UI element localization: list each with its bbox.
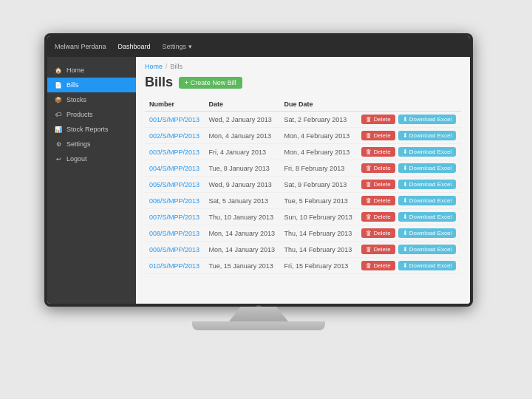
trash-icon: 🗑 — [366, 230, 372, 236]
cell-date: Wed, 9 January 2013 — [204, 177, 279, 193]
delete-button[interactable]: 🗑 Delete — [361, 180, 395, 189]
col-header-due-date: Due Date — [280, 98, 358, 112]
cell-due-date: Thu, 14 February 2013 — [280, 242, 358, 258]
cell-number: 010/S/MPP/2013 — [145, 258, 204, 274]
download-excel-button[interactable]: ⬇ Download Excel — [398, 180, 457, 189]
delete-button[interactable]: 🗑 Delete — [361, 245, 395, 254]
cell-actions: 🗑 Delete ⬇ Download Excel — [357, 258, 461, 274]
cell-due-date: Fri, 15 February 2013 — [280, 258, 358, 274]
stock-reports-icon: 📊 — [55, 126, 62, 133]
delete-button[interactable]: 🗑 Delete — [361, 228, 395, 238]
table-row: 001/S/MPP/2013 Wed, 2 January 2013 Sat, … — [145, 112, 461, 128]
sidebar-label-stock-reports: Stock Reports — [66, 126, 109, 133]
products-icon: 🏷 — [55, 111, 62, 118]
page-title: Bills — [145, 75, 173, 90]
table-row: 004/S/MPP/2013 Tue, 8 January 2013 Fri, … — [145, 160, 461, 177]
delete-button[interactable]: 🗑 Delete — [361, 212, 395, 222]
nav-dashboard[interactable]: Dashboard — [118, 43, 151, 50]
breadcrumb-home[interactable]: Home — [145, 63, 163, 70]
sidebar-item-logout[interactable]: ↩ Logout — [47, 151, 136, 166]
bill-link[interactable]: 010/S/MPP/2013 — [149, 262, 200, 270]
download-excel-button[interactable]: ⬇ Download Excel — [398, 115, 457, 124]
download-excel-button[interactable]: ⬇ Download Excel — [398, 147, 457, 157]
download-excel-button[interactable]: ⬇ Download Excel — [398, 245, 457, 254]
cell-number: 008/S/MPP/2013 — [145, 225, 204, 242]
cell-due-date: Mon, 4 February 2013 — [280, 128, 358, 144]
breadcrumb-current: Bills — [171, 63, 183, 70]
delete-button[interactable]: 🗑 Delete — [361, 131, 395, 140]
download-excel-button[interactable]: ⬇ Download Excel — [398, 228, 457, 238]
sidebar-item-stocks[interactable]: 📦 Stocks — [47, 92, 136, 107]
nav-settings[interactable]: Settings ▾ — [163, 43, 192, 50]
bill-link[interactable]: 002/S/MPP/2013 — [149, 132, 200, 140]
download-excel-button[interactable]: ⬇ Download Excel — [398, 131, 457, 140]
bill-link[interactable]: 001/S/MPP/2013 — [149, 116, 200, 123]
cell-date: Mon, 14 January 2013 — [204, 225, 279, 242]
delete-button[interactable]: 🗑 Delete — [361, 163, 395, 173]
stocks-icon: 📦 — [55, 96, 62, 103]
cell-date: Sat, 5 January 2013 — [204, 193, 279, 209]
download-excel-button[interactable]: ⬇ Download Excel — [398, 212, 457, 222]
delete-button[interactable]: 🗑 Delete — [361, 196, 395, 205]
trash-icon: 🗑 — [366, 262, 372, 269]
sidebar-item-stock-reports[interactable]: 📊 Stock Reports — [47, 122, 136, 137]
bill-link[interactable]: 009/S/MPP/2013 — [149, 246, 200, 253]
table-row: 010/S/MPP/2013 Tue, 15 January 2013 Fri,… — [145, 258, 461, 274]
cell-actions: 🗑 Delete ⬇ Download Excel — [357, 128, 461, 144]
trash-icon: 🗑 — [366, 149, 372, 155]
bills-table: Number Date Due Date 001/S/MPP/2013 Wed,… — [145, 98, 461, 274]
breadcrumb: Home / Bills — [145, 63, 461, 70]
sidebar-item-settings[interactable]: ⚙ Settings — [47, 137, 136, 151]
table-row: 007/S/MPP/2013 Thu, 10 January 2013 Sun,… — [145, 209, 461, 225]
download-icon: ⬇ — [403, 262, 408, 269]
cell-number: 001/S/MPP/2013 — [145, 112, 204, 128]
table-row: 006/S/MPP/2013 Sat, 5 January 2013 Tue, … — [145, 193, 461, 209]
download-excel-button[interactable]: ⬇ Download Excel — [398, 196, 457, 205]
sidebar-label-stocks: Stocks — [66, 96, 86, 103]
cell-date: Thu, 10 January 2013 — [204, 209, 279, 225]
table-row: 009/S/MPP/2013 Mon, 14 January 2013 Thu,… — [145, 242, 461, 258]
cell-number: 005/S/MPP/2013 — [145, 177, 204, 193]
screen-content: Melwani Perdana Dashboard Settings ▾ 🏠 H… — [47, 36, 470, 304]
trash-icon: 🗑 — [366, 181, 372, 188]
delete-button[interactable]: 🗑 Delete — [361, 261, 395, 270]
cell-due-date: Tue, 5 February 2013 — [280, 193, 358, 209]
download-icon: ⬇ — [403, 132, 408, 139]
cell-date: Tue, 15 January 2013 — [204, 258, 279, 274]
logout-icon: ↩ — [55, 155, 62, 163]
delete-button[interactable]: 🗑 Delete — [361, 147, 395, 157]
sidebar-label-home: Home — [66, 66, 84, 74]
sidebar: 🏠 Home 📄 Bills 📦 Stocks 🏷 Products — [47, 57, 136, 304]
create-new-bill-button[interactable]: + Create New Bill — [179, 77, 242, 89]
cell-date: Mon, 4 January 2013 — [204, 128, 279, 144]
cell-number: 004/S/MPP/2013 — [145, 160, 204, 177]
stand-base — [192, 321, 325, 330]
trash-icon: 🗑 — [366, 246, 372, 253]
bill-link[interactable]: 006/S/MPP/2013 — [149, 197, 200, 205]
download-excel-button[interactable]: ⬇ Download Excel — [398, 261, 457, 270]
cell-actions: 🗑 Delete ⬇ Download Excel — [357, 209, 461, 225]
sidebar-item-products[interactable]: 🏷 Products — [47, 107, 136, 122]
trash-icon: 🗑 — [366, 165, 372, 171]
download-icon: ⬇ — [403, 165, 408, 171]
cell-date: Tue, 8 January 2013 — [204, 160, 279, 177]
table-row: 003/S/MPP/2013 Fri, 4 January 2013 Mon, … — [145, 144, 461, 160]
bill-link[interactable]: 008/S/MPP/2013 — [149, 230, 200, 237]
download-excel-button[interactable]: ⬇ Download Excel — [398, 163, 457, 173]
bill-link[interactable]: 004/S/MPP/2013 — [149, 165, 200, 172]
bill-link[interactable]: 005/S/MPP/2013 — [149, 181, 200, 188]
cell-actions: 🗑 Delete ⬇ Download Excel — [357, 242, 461, 258]
cell-actions: 🗑 Delete ⬇ Download Excel — [357, 144, 461, 160]
sidebar-item-home[interactable]: 🏠 Home — [47, 63, 136, 78]
bill-link[interactable]: 003/S/MPP/2013 — [149, 149, 200, 156]
sidebar-label-products: Products — [66, 111, 93, 118]
delete-button[interactable]: 🗑 Delete — [361, 115, 395, 124]
trash-icon: 🗑 — [366, 197, 372, 204]
sidebar-item-bills[interactable]: 📄 Bills — [47, 78, 136, 92]
table-row: 008/S/MPP/2013 Mon, 14 January 2013 Thu,… — [145, 225, 461, 242]
monitor-screen: Melwani Perdana Dashboard Settings ▾ 🏠 H… — [44, 33, 473, 307]
breadcrumb-separator: / — [166, 63, 168, 70]
trash-icon: 🗑 — [366, 116, 372, 123]
cell-due-date: Mon, 4 February 2013 — [280, 144, 358, 160]
bill-link[interactable]: 007/S/MPP/2013 — [149, 214, 200, 221]
